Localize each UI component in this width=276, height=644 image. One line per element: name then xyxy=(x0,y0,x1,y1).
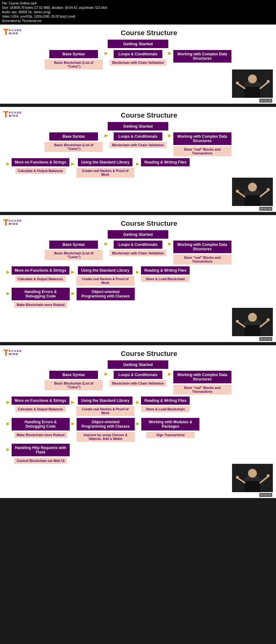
arrow-right-icon: ► xyxy=(103,50,109,57)
node-column: Working with Complex Data StructuresStor… xyxy=(173,132,231,156)
node-sub: Store "real" Blocks and Transactions xyxy=(173,385,231,395)
arrow-right-icon: ► xyxy=(135,161,141,167)
svg-rect-11 xyxy=(245,195,260,206)
node-column: Handling Errors & Debugging CodeMake Blo… xyxy=(12,418,70,438)
top-node: Getting Started xyxy=(108,230,169,239)
node-main: Loops & Conditionals xyxy=(114,371,162,379)
node-sub: Calculate & Output Balances xyxy=(15,168,66,174)
node-column: Using the Standard LibraryCreate real Ha… xyxy=(76,397,134,416)
node-column: Loops & ConditionalsBlockchain with Chai… xyxy=(110,132,166,148)
svg-point-6 xyxy=(267,80,270,83)
svg-point-31 xyxy=(236,476,239,479)
arrow-right-icon: ► xyxy=(70,290,76,297)
arrow-right-icon: ► xyxy=(135,399,141,406)
node-sub: Store "real" Blocks and Transactions xyxy=(173,254,231,264)
video-video: Video: h264, yuv420p, 1920x1080, 30.00 f… xyxy=(2,14,274,19)
arrow-right-icon: ► xyxy=(103,241,109,247)
node-sub: Calculate & Output Balances xyxy=(15,406,66,412)
arrow-right-icon: ► xyxy=(5,290,11,297)
arrow-right-icon: ► xyxy=(5,399,11,406)
node-main: Reading & Writing Files xyxy=(141,158,190,166)
node-main: Handling Errors & Debugging Code xyxy=(12,288,70,300)
node-column: Handling Http Requests with FlaskControl… xyxy=(12,444,70,464)
node-sub: Make Blockchain more Robust xyxy=(14,432,67,438)
arrow-right-icon: ► xyxy=(70,161,76,167)
slide-1: T ACADE MIND Course StructureGetting Sta… xyxy=(0,25,276,104)
node-column: Object-oriented Programming with Classes xyxy=(77,288,135,300)
node-main: Working with Complex Data Structures xyxy=(173,132,231,145)
node-column: More on Functions & StringsCalculate & O… xyxy=(12,266,69,282)
arrow-right-icon: ► xyxy=(167,241,173,247)
node-main: Working with Complex Data Structures xyxy=(173,50,231,63)
node-row: ►More on Functions & StringsCalculate & … xyxy=(5,266,271,286)
node-main: Object-oriented Programming with Classes xyxy=(77,418,135,430)
acadmind-logo: T ACADE MIND xyxy=(3,218,22,227)
node-row: ►Handling Http Requests with FlaskContro… xyxy=(5,444,271,464)
node-column: Using the Standard LibraryCreate real Ha… xyxy=(76,158,134,178)
node-main: More on Functions & Strings xyxy=(12,158,69,166)
person-thumbnail xyxy=(232,464,273,492)
acadmind-logo: T ACADE MIND xyxy=(3,348,22,357)
svg-point-18 xyxy=(248,313,257,322)
svg-rect-19 xyxy=(245,325,260,336)
person-thumbnail xyxy=(232,69,273,98)
node-column: Working with Complex Data StructuresStor… xyxy=(173,371,231,395)
node-main: Base Syntax xyxy=(49,241,98,249)
video-filename: File: Course Outline.mp4 xyxy=(2,1,274,6)
top-node: Getting Started xyxy=(108,122,169,130)
arrow-right-icon: ► xyxy=(135,420,141,427)
node-main: Handling Errors & Debugging Code xyxy=(12,418,70,430)
node-row: ►More on Functions & StringsCalculate & … xyxy=(5,397,271,416)
node-sub: Basic Blockchain (List of "Coins") xyxy=(45,380,103,390)
arrow-right-icon: ► xyxy=(70,420,76,427)
node-column: Using the Standard LibraryCreate real Ha… xyxy=(76,266,134,286)
node-row: ►Handling Errors & Debugging CodeMake Bl… xyxy=(5,288,271,308)
node-column: Base SyntaxBasic Blockchain (List of "Co… xyxy=(45,50,103,69)
node-sub: Store & Load Blockchain xyxy=(141,406,190,412)
node-main: Working with Modules & Packages xyxy=(141,418,199,430)
node-sub: Calculate & Output Balances xyxy=(15,276,66,282)
node-column: Base SyntaxBasic Blockchain (List of "Co… xyxy=(45,241,103,260)
arrow-right-icon: ► xyxy=(5,420,11,427)
acadmind-logo: T ACADE MIND xyxy=(3,110,22,119)
node-column: Reading & Writing Files xyxy=(141,158,190,166)
slide-2: T ACADE MIND Course StructureGetting Sta… xyxy=(0,107,276,212)
node-column: Reading & Writing FilesStore & Load Bloc… xyxy=(141,266,190,282)
arrow-right-icon: ► xyxy=(167,371,173,377)
top-node: Getting Started xyxy=(108,40,169,48)
node-sub: Control Blockchain via Web UI xyxy=(14,458,67,464)
node-main: Loops & Conditionals xyxy=(114,132,162,141)
node-sub: Store "real" Blocks and Transactions xyxy=(173,146,231,156)
svg-point-15 xyxy=(236,190,239,193)
node-sub: Blockchain with Chain Validation xyxy=(110,250,166,256)
node-main: Working with Complex Data Structures xyxy=(173,371,231,383)
slide-title: Course Structure xyxy=(25,348,273,358)
node-main: Loops & Conditionals xyxy=(114,241,162,249)
node-sub: Improve by using Classes & Objects: Add … xyxy=(77,432,135,442)
svg-point-10 xyxy=(248,183,257,192)
arrow-right-icon: ► xyxy=(5,446,11,453)
node-sub: Blockchain with Chain Validation xyxy=(110,142,166,148)
node-sub: Create real Hashes & Proof of Work xyxy=(76,168,134,178)
timestamp: 00:02:00 xyxy=(259,207,272,211)
svg-point-30 xyxy=(267,474,270,477)
node-column: Loops & ConditionalsBlockchain with Chai… xyxy=(110,371,166,386)
node-main: Base Syntax xyxy=(49,50,98,58)
svg-point-23 xyxy=(236,320,239,323)
slide-header: T ACADE MIND Course Structure xyxy=(3,348,273,358)
svg-point-14 xyxy=(267,188,270,191)
slide-title: Course Structure xyxy=(25,110,273,119)
node-column: Loops & ConditionalsBlockchain with Chai… xyxy=(110,241,166,256)
timestamp: 00:03:50 xyxy=(259,493,272,497)
node-sub: Blockchain with Chain Validation xyxy=(110,59,166,66)
node-main: Loops & Conditionals xyxy=(114,50,162,58)
node-main: Base Syntax xyxy=(49,132,98,141)
node-sub: Create real Hashes & Proof of Work xyxy=(76,406,134,416)
node-sub: Basic Blockchain (List of "Coins") xyxy=(45,250,103,260)
timestamp: 00:03:50 xyxy=(259,337,272,341)
node-column: More on Functions & StringsCalculate & O… xyxy=(12,397,69,412)
top-node: Getting Started xyxy=(108,360,169,369)
node-main: Base Syntax xyxy=(49,371,98,379)
node-row: Base SyntaxBasic Blockchain (List of "Co… xyxy=(5,50,271,69)
node-column: More on Functions & StringsCalculate & O… xyxy=(12,158,69,174)
